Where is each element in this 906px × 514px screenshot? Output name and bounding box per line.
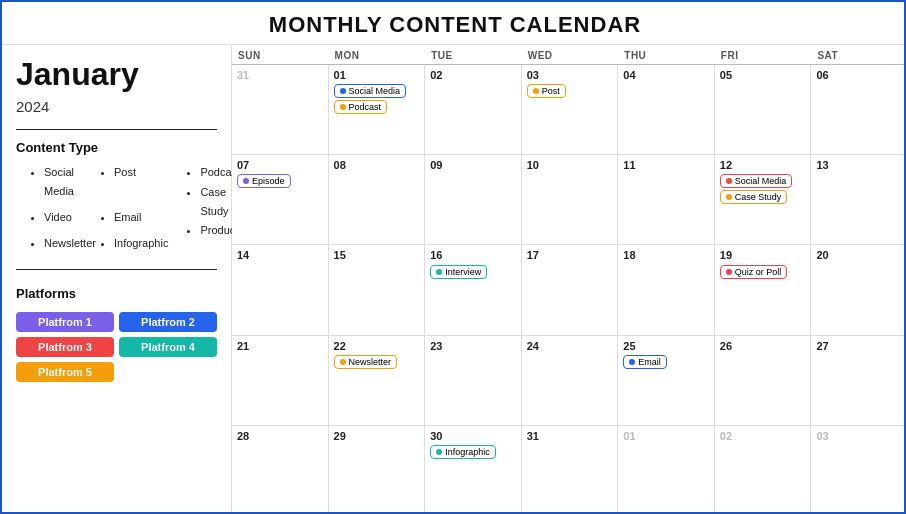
event-label: Interview: [445, 267, 481, 277]
calendar-cell: 02: [425, 65, 522, 154]
calendar-cell: 11: [618, 155, 715, 244]
calendar-cell: 02: [715, 426, 812, 514]
event-pill[interactable]: Episode: [237, 174, 291, 188]
sidebar-divider: [16, 129, 217, 130]
page-title: MONTHLY CONTENT CALENDAR: [2, 2, 906, 44]
calendar-date: 15: [334, 249, 420, 262]
calendar-date: 22: [334, 340, 420, 353]
platform-badge: Platfrom 2: [119, 312, 217, 332]
calendar-week: 282930Infographic31010203: [232, 426, 906, 514]
day-name: SUN: [232, 45, 329, 64]
event-label: Social Media: [349, 86, 401, 96]
event-pill[interactable]: Interview: [430, 265, 487, 279]
calendar-cell: 31: [232, 65, 329, 154]
calendar-cell: 29: [329, 426, 426, 514]
calendar-date: 08: [334, 159, 420, 172]
calendar-week: 141516Interview171819Quiz or Poll20: [232, 245, 906, 335]
event-dot: [726, 269, 732, 275]
day-name: THU: [618, 45, 715, 64]
day-name: FRI: [715, 45, 812, 64]
calendar-cell: 27: [811, 336, 906, 425]
event-dot: [726, 194, 732, 200]
calendar-cell: 07Episode: [232, 155, 329, 244]
calendar-cell: 01: [618, 426, 715, 514]
event-pill[interactable]: Newsletter: [334, 355, 398, 369]
calendar-grid: 3101Social MediaPodcast0203Post04050607E…: [232, 65, 906, 514]
event-pill[interactable]: Email: [623, 355, 667, 369]
calendar-week: 3101Social MediaPodcast0203Post040506: [232, 65, 906, 155]
calendar-date: 06: [816, 69, 903, 82]
day-name: SAT: [811, 45, 906, 64]
calendar-cell: 16Interview: [425, 245, 522, 334]
content-type-item: Newsletter: [44, 234, 96, 259]
day-name: MON: [329, 45, 426, 64]
calendar-date: 30: [430, 430, 516, 443]
calendar-date: 05: [720, 69, 806, 82]
event-pill[interactable]: Podcast: [334, 100, 388, 114]
calendar-date: 01: [334, 69, 420, 82]
calendar-cell: 08: [329, 155, 426, 244]
calendar-cell: 31: [522, 426, 619, 514]
calendar-cell: 18: [618, 245, 715, 334]
calendar: SUNMONTUEWEDTHUFRISAT 3101Social MediaPo…: [232, 45, 906, 514]
calendar-cell: 23: [425, 336, 522, 425]
calendar-date: 10: [527, 159, 613, 172]
calendar-date: 07: [237, 159, 323, 172]
platform-badge: Platfrom 4: [119, 337, 217, 357]
calendar-date: 20: [816, 249, 903, 262]
calendar-week: 2122Newsletter232425Email2627: [232, 336, 906, 426]
calendar-date: 14: [237, 249, 323, 262]
event-pill[interactable]: Infographic: [430, 445, 496, 459]
calendar-cell: 15: [329, 245, 426, 334]
content-type-item: Email: [114, 208, 168, 233]
calendar-date: 31: [237, 69, 323, 82]
event-dot: [243, 178, 249, 184]
event-label: Quiz or Poll: [735, 267, 782, 277]
calendar-cell: 30Infographic: [425, 426, 522, 514]
calendar-date: 21: [237, 340, 323, 353]
page: MONTHLY CONTENT CALENDAR January 2024 Co…: [2, 2, 906, 514]
event-dot: [533, 88, 539, 94]
calendar-cell: 03: [811, 426, 906, 514]
event-label: Email: [638, 357, 661, 367]
main-content: January 2024 Content Type Social MediaPo…: [2, 44, 906, 514]
event-pill[interactable]: Social Media: [334, 84, 407, 98]
event-pill[interactable]: Case Study: [720, 190, 788, 204]
calendar-cell: 19Quiz or Poll: [715, 245, 812, 334]
calendar-date: 27: [816, 340, 903, 353]
sidebar-month: January: [16, 57, 217, 92]
calendar-cell: 24: [522, 336, 619, 425]
event-pill[interactable]: Post: [527, 84, 566, 98]
event-label: Newsletter: [349, 357, 392, 367]
event-pill[interactable]: Social Media: [720, 174, 793, 188]
sidebar-divider-2: [16, 269, 217, 270]
event-label: Post: [542, 86, 560, 96]
event-dot: [726, 178, 732, 184]
calendar-date: 25: [623, 340, 709, 353]
calendar-date: 24: [527, 340, 613, 353]
calendar-cell: 20: [811, 245, 906, 334]
calendar-cell: 13: [811, 155, 906, 244]
calendar-cell: 03Post: [522, 65, 619, 154]
calendar-date: 02: [430, 69, 516, 82]
calendar-cell: 17: [522, 245, 619, 334]
event-label: Social Media: [735, 176, 787, 186]
calendar-cell: 12Social MediaCase Study: [715, 155, 812, 244]
calendar-date: 29: [334, 430, 420, 443]
day-name: TUE: [425, 45, 522, 64]
calendar-date: 12: [720, 159, 806, 172]
content-type-title: Content Type: [16, 140, 217, 155]
event-label: Case Study: [735, 192, 782, 202]
content-type-item: Infographic: [114, 234, 168, 259]
content-type-item: Social Media: [44, 163, 96, 207]
calendar-cell: 25Email: [618, 336, 715, 425]
calendar-cell: 14: [232, 245, 329, 334]
calendar-header: SUNMONTUEWEDTHUFRISAT: [232, 45, 906, 65]
calendar-cell: 09: [425, 155, 522, 244]
calendar-date: 26: [720, 340, 806, 353]
platform-badge: Platfrom 5: [16, 362, 114, 382]
platforms-title: Platforms: [16, 286, 217, 301]
event-pill[interactable]: Quiz or Poll: [720, 265, 788, 279]
calendar-date: 17: [527, 249, 613, 262]
platforms-grid: Platfrom 1Platfrom 2Platfrom 3Platfrom 4…: [16, 312, 217, 382]
